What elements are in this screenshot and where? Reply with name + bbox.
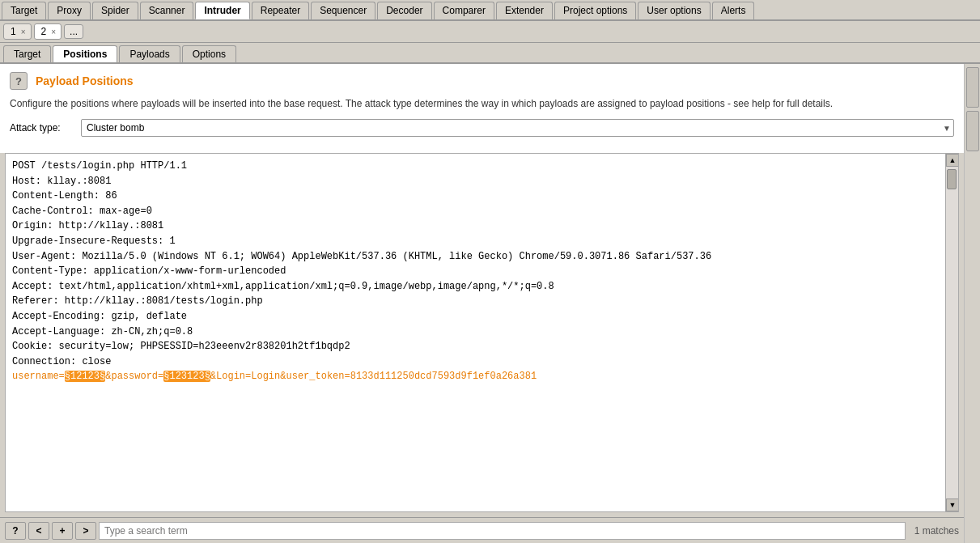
left-content-panel: ? Payload Positions Configure the positi… [0, 64, 964, 543]
content-area: ? Payload Positions Configure the positi… [0, 64, 980, 543]
tab-repeater[interactable]: Repeater [252, 2, 309, 19]
side-button-1[interactable] [966, 67, 979, 108]
inner-tab-positions[interactable]: Positions [53, 45, 117, 62]
tab-proxy[interactable]: Proxy [48, 2, 91, 19]
intruder-tab-2-close[interactable]: × [49, 28, 57, 36]
help-icon-button[interactable]: ? [10, 72, 28, 90]
tab-project-options[interactable]: Project options [554, 2, 636, 19]
attack-type-select-wrapper: SniperBattering ramPitchforkCluster bomb… [81, 119, 954, 137]
tab-alerts[interactable]: Alerts [712, 2, 755, 19]
tab-scanner[interactable]: Scanner [140, 2, 194, 19]
help-bottom-button[interactable]: ? [5, 522, 26, 540]
side-button-2[interactable] [966, 111, 979, 151]
intruder-tab-1[interactable]: 1 × [3, 23, 32, 40]
inner-tab-row: Target Positions Payloads Options [0, 43, 980, 64]
inner-tab-payloads[interactable]: Payloads [119, 45, 180, 62]
inner-tab-target[interactable]: Target [3, 45, 51, 62]
next-button[interactable]: > [75, 522, 96, 540]
attack-type-label: Attack type: [10, 122, 74, 134]
main-content: ? Payload Positions Configure the positi… [0, 64, 964, 153]
request-text-area[interactable]: POST /tests/login.php HTTP/1.1Host: klla… [6, 154, 945, 511]
section-title: Payload Positions [36, 74, 134, 87]
intruder-tab-1-num: 1 [7, 25, 19, 38]
scroll-track [946, 167, 958, 498]
intruder-tab-2-num: 2 [38, 25, 50, 38]
tab-decoder[interactable]: Decoder [377, 2, 431, 19]
tab-intruder[interactable]: Intruder [195, 2, 249, 19]
tab-user-options[interactable]: User options [638, 2, 710, 19]
search-input[interactable] [99, 522, 906, 540]
prev-button[interactable]: < [28, 522, 49, 540]
intruder-tab-1-close[interactable]: × [19, 28, 28, 36]
more-tabs-btn[interactable]: ... [64, 24, 83, 39]
request-scrollbar: ▲ ▼ [945, 154, 958, 511]
top-nav-bar: Target Proxy Spider Scanner Intruder Rep… [0, 0, 980, 21]
section-description: Configure the positions where payloads w… [10, 96, 954, 111]
section-header: ? Payload Positions [10, 72, 954, 90]
request-container: POST /tests/login.php HTTP/1.1Host: klla… [5, 153, 959, 512]
scroll-down-button[interactable]: ▼ [946, 498, 959, 511]
scroll-up-button[interactable]: ▲ [946, 154, 959, 167]
inner-tab-options[interactable]: Options [182, 45, 236, 62]
scroll-thumb[interactable] [947, 169, 957, 189]
tab-spider[interactable]: Spider [92, 2, 138, 19]
right-side-panel [964, 64, 980, 543]
tab-extender[interactable]: Extender [496, 2, 553, 19]
intruder-sub-tab-row: 1 × 2 × ... [0, 21, 980, 43]
attack-type-row: Attack type: SniperBattering ramPitchfor… [10, 119, 954, 137]
bottom-bar: ? < + > 1 matches [0, 517, 964, 543]
matches-count: 1 matches [914, 525, 959, 537]
attack-type-select[interactable]: SniperBattering ramPitchforkCluster bomb [81, 119, 954, 137]
tab-sequencer[interactable]: Sequencer [311, 2, 375, 19]
add-button[interactable]: + [52, 522, 73, 540]
tab-target[interactable]: Target [2, 2, 46, 19]
tab-comparer[interactable]: Comparer [434, 2, 494, 19]
intruder-tab-2[interactable]: 2 × [34, 23, 62, 40]
